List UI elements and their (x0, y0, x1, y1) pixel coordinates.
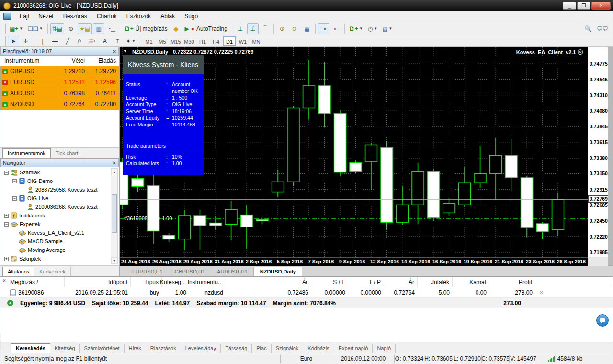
orders-column-2[interactable]: Típus (131, 277, 162, 287)
column-ask[interactable]: Eladás (88, 56, 119, 66)
timeframe-M15[interactable]: M15 (170, 36, 182, 46)
orders-column-11[interactable]: Profit (489, 277, 535, 287)
text-tool[interactable]: A (99, 36, 111, 46)
navigator-scrollbar[interactable]: ▲ ▼ (111, 168, 118, 264)
crosshair-tool[interactable]: ✛ (20, 36, 32, 46)
search-icon[interactable]: 🔍 (582, 23, 594, 34)
market-watch-toggle[interactable]: ⇅▤ (50, 23, 64, 34)
terminal-tab-napl-[interactable]: Napló (373, 344, 396, 353)
tree-item-2100036268-k-vess-teszt[interactable]: 2100036268: Kövess teszt (1, 203, 119, 211)
tab-tick-chart[interactable]: Tick chart (51, 149, 83, 158)
column-symbol[interactable]: Instrumentum (0, 56, 58, 66)
tree-item-macd-sample[interactable]: MACD Sample (1, 237, 119, 246)
tree-item-2088725058-k-vess-teszt[interactable]: 2088725058: Kövess teszt (1, 185, 119, 194)
terminal-tab-sz-mlat-rt-net[interactable]: Számlatörténet (80, 344, 125, 353)
timeframe-W1[interactable]: W1 (237, 36, 249, 46)
auto-scroll-button[interactable]: ⇥ (318, 23, 329, 34)
vertical-line-tool[interactable]: | (37, 36, 48, 46)
tree-item-oig-live[interactable]: −OIG-Live (1, 194, 119, 203)
restore-button[interactable]: ❐ (577, 2, 590, 10)
status-connection[interactable]: 4584/8 kb (537, 355, 593, 363)
date-axis[interactable]: 24 Aug 201626 Aug 201629 Aug 201631 Aug … (120, 257, 588, 266)
orders-column-8[interactable]: Ár (384, 277, 418, 287)
terminal-tab-szign-lok[interactable]: Szignálok (272, 344, 304, 353)
orders-column-1[interactable]: Időpont (65, 277, 131, 287)
data-window-toggle[interactable]: ⊕ (65, 23, 77, 34)
orders-column-6[interactable]: S / L (311, 277, 348, 287)
ea-smiley-icon[interactable]: ☹ (577, 49, 583, 56)
terminal-tab-piac[interactable]: Piac (252, 344, 271, 353)
minimize-button[interactable]: ▁ (563, 2, 576, 10)
trendline-tool[interactable]: ╱ (62, 36, 73, 46)
expand-icon[interactable]: + (4, 257, 9, 261)
zoom-in-button[interactable]: ⊕ (276, 23, 288, 34)
timeframe-MN[interactable]: MN (250, 36, 262, 46)
profiles-button[interactable]: ❏❏▼ (26, 23, 45, 34)
tab-kedvencek[interactable]: Kedvencek (34, 267, 70, 276)
chart-tab-gbpusd-h1[interactable]: GBPUSD,H1 (169, 267, 212, 276)
tree-item-sz-ml-k[interactable]: −Számlák (1, 168, 119, 177)
market-watch-row-eurusd[interactable]: ▼EURUSD1.125821.12596 (0, 77, 119, 88)
order-row[interactable]: 361900862016.09.25 21:05:01buy1.00nzdusd… (0, 287, 613, 298)
channel-tool[interactable]: ⫽E (74, 36, 86, 46)
indicators-button[interactable]: 🗋+▼ (347, 23, 365, 34)
menu-item-súgó[interactable]: Súgó (180, 11, 203, 21)
cursor-tool[interactable]: ➤ (8, 36, 19, 46)
chart-window[interactable]: #36190086 buy 1.00 0.747750.745450.74310… (120, 47, 608, 265)
timeframe-M5[interactable]: M5 (156, 36, 169, 46)
tree-item-szkriptek[interactable]: +Szkriptek (1, 254, 119, 263)
chart-collapse-icon[interactable]: ▼ (123, 49, 127, 55)
tab-instrumentumok[interactable]: Instrumentumok (2, 148, 51, 158)
zoom-out-button[interactable]: ⊖ (289, 23, 300, 34)
market-watch-close-icon[interactable]: ✕ (113, 49, 116, 54)
orders-column-9[interactable]: Jutalék (418, 277, 453, 287)
candlestick-button[interactable]: ⊥̍ (247, 23, 259, 34)
terminal-tab-levelesl-da[interactable]: Levelesláda6 (181, 344, 221, 353)
navigator-toggle[interactable]: ★▤ (78, 23, 92, 34)
tree-item-indik-torok[interactable]: +fIndikátorok (1, 211, 119, 220)
close-button[interactable]: ✕ (591, 2, 611, 10)
market-watch-row-gbpusd[interactable]: ▲GBPUSD1.297101.29720 (0, 66, 119, 77)
timeframe-D1[interactable]: D1 (223, 36, 236, 46)
market-watch-row-audusd[interactable]: ▲AUDUSD0.763980.76411 (0, 88, 119, 99)
expand-icon[interactable]: + (4, 214, 9, 218)
terminal-tab-riaszt-sok[interactable]: Riasztások (146, 344, 181, 353)
tree-item-kovess-ea-client-v2-1[interactable]: Kovess_EA_Client_v2.1 (1, 228, 119, 237)
terminal-tab-h-rek[interactable]: Hírek (125, 344, 146, 353)
bar-chart-button[interactable]: ⊥ (235, 23, 246, 34)
autotrading-button[interactable]: ▶●AutoTrading (182, 23, 229, 34)
scroll-up-icon[interactable]: ▲ (111, 169, 117, 175)
collapse-icon[interactable]: − (4, 222, 9, 227)
close-position-icon[interactable]: ✕ (535, 290, 543, 295)
market-watch-row-nzdusd[interactable]: ▲NZDUSD0.727640.72780 (0, 99, 119, 110)
chart-shift-button[interactable]: ⇤ (330, 23, 342, 34)
collapse-icon[interactable]: − (12, 196, 17, 201)
text-label-tool[interactable]: ⌶ (112, 36, 123, 46)
new-chart-button[interactable]: ▦+▼ (8, 23, 25, 34)
fibonacci-tool[interactable]: ☰F (87, 36, 98, 46)
tree-item-oig-demo[interactable]: −OIG-Demo (1, 177, 119, 185)
line-chart-button[interactable]: ⌒ (260, 23, 271, 34)
terminal-tab-expert-napl-[interactable]: Expert napló (334, 344, 373, 353)
terminal-tab-kitetts-g[interactable]: Kitettség (50, 344, 80, 353)
scrollbar-thumb[interactable] (112, 194, 117, 233)
community-chat-icon[interactable] (596, 314, 609, 327)
collapse-icon[interactable]: − (12, 179, 17, 183)
navigator-close-icon[interactable]: ✕ (113, 160, 116, 166)
shapes-tool[interactable]: ✦▼ (124, 36, 137, 46)
tree-item-expertek[interactable]: −Expertek (1, 220, 119, 228)
chart-tab-audusd-h1[interactable]: AUDUSD,H1 (211, 267, 254, 276)
terminal-tab-t-rsas-g[interactable]: Társaság (221, 344, 252, 353)
chat-icon[interactable]: 🗩🗩 (595, 23, 610, 34)
status-default-profile[interactable]: Euro (280, 355, 332, 363)
chart-tab-eurusd-h1[interactable]: EURUSD,H1 (126, 267, 169, 276)
chart-tab-nzdusd-daily[interactable]: NZDUSD,Daily (254, 267, 302, 276)
timeframe-H4[interactable]: H4 (210, 36, 222, 46)
orders-column-10[interactable]: Kamat (453, 277, 489, 287)
timeframe-H1[interactable]: H1 (196, 36, 209, 46)
terminal-close-icon[interactable]: ✕ (2, 278, 6, 283)
timeframe-M1[interactable]: M1 (143, 36, 155, 46)
timeframe-M30[interactable]: M30 (183, 36, 195, 46)
column-bid[interactable]: Vétel (58, 56, 88, 66)
orders-column-5[interactable]: Ár (226, 277, 311, 287)
